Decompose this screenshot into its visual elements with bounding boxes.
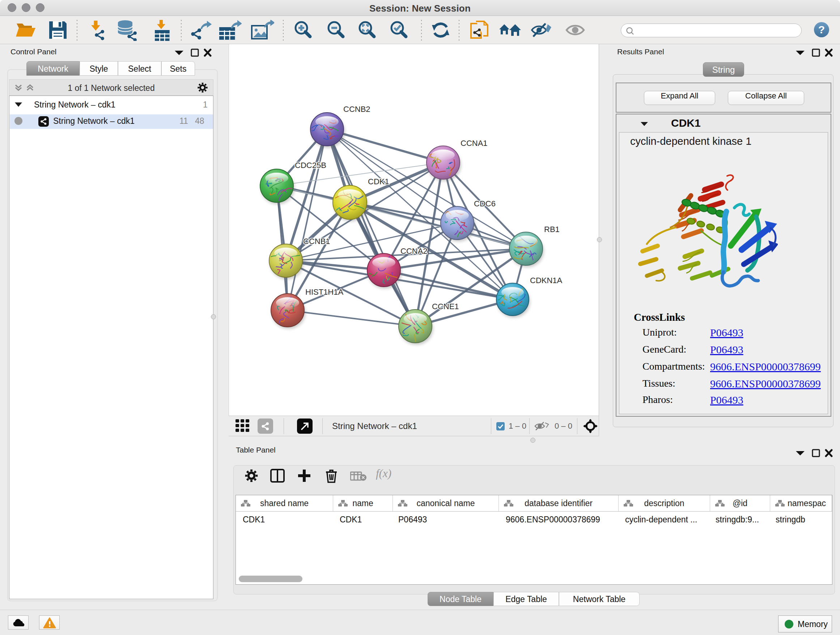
svg-text:CDKN1A: CDKN1A [530,276,562,285]
svg-text:CCNE1: CCNE1 [432,302,459,311]
svg-text:CCNB2: CCNB2 [343,105,370,114]
svg-text:CDK1: CDK1 [368,177,389,186]
svg-text:HIST1H1A: HIST1H1A [305,287,343,296]
svg-text:RB1: RB1 [544,225,560,234]
svg-text:CCNA1: CCNA1 [461,139,488,148]
svg-text:CCNA2: CCNA2 [401,247,428,256]
svg-text:CDC25B: CDC25B [295,161,326,170]
svg-text:CCNB1: CCNB1 [303,237,330,246]
svg-text:CDC6: CDC6 [474,199,496,208]
